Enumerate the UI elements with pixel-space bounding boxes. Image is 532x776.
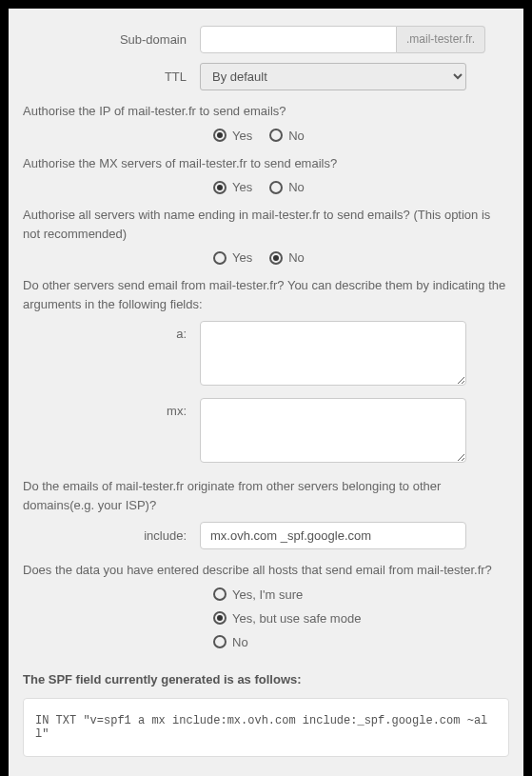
row-subdomain: Sub-domain .mail-tester.fr. [23, 26, 509, 53]
generated-spf: IN TXT "v=spf1 a mx include:mx.ovh.com i… [23, 698, 509, 757]
radio-label: No [232, 635, 248, 649]
radio-icon [213, 181, 227, 194]
question-all-hosts: Does the data you have entered describe … [23, 561, 509, 580]
radio-all-hosts-safe[interactable]: Yes, but use safe mode [213, 611, 509, 626]
radio-icon [213, 129, 227, 142]
form-content: Sub-domain .mail-tester.fr. TTL By defau… [23, 26, 509, 776]
subdomain-addon: .mail-tester.fr. [397, 26, 485, 53]
radio-all-hosts-no[interactable]: No [213, 635, 509, 649]
row-mx: mx: [23, 398, 509, 466]
radios-auth-mx: Yes No [23, 180, 509, 194]
radio-auth-all-no[interactable]: No [269, 250, 305, 265]
row-a: a: [23, 321, 509, 388]
include-input[interactable] [200, 522, 466, 549]
question-auth-ip: Authorise the IP of mail-tester.fr to se… [23, 102, 509, 121]
question-other-domains: Do the emails of mail-tester.fr originat… [23, 477, 509, 514]
radio-label: No [288, 250, 305, 265]
radio-auth-all-yes[interactable]: Yes [213, 250, 252, 265]
question-auth-all: Authorise all servers with name ending i… [23, 206, 509, 243]
radio-icon [213, 611, 227, 625]
spf-config-panel: Sub-domain .mail-tester.fr. TTL By defau… [9, 9, 523, 776]
radio-icon [213, 251, 227, 265]
a-textarea[interactable] [200, 321, 466, 386]
radios-auth-ip: Yes No [23, 129, 509, 143]
radio-icon [269, 251, 283, 265]
radio-icon [213, 587, 227, 601]
radio-auth-mx-no[interactable]: No [269, 180, 305, 194]
question-other-servers: Do other servers send email from mail-te… [23, 276, 509, 313]
radio-label: Yes, I'm sure [232, 587, 303, 602]
label-mx: mx: [23, 398, 200, 418]
label-ttl: TTL [23, 70, 200, 84]
radio-label: Yes [232, 180, 252, 194]
row-ttl: TTL By default [23, 63, 509, 90]
radio-label: Yes, but use safe mode [232, 611, 361, 626]
radio-label: No [288, 180, 305, 194]
radio-auth-ip-yes[interactable]: Yes [213, 129, 252, 143]
radio-label: Yes [232, 129, 252, 143]
generated-heading: The SPF field currently generated is as … [23, 672, 509, 686]
radio-icon [269, 181, 283, 194]
radios-all-hosts: Yes, I'm sure Yes, but use safe mode No [23, 587, 509, 649]
radio-label: Yes [232, 250, 252, 265]
radio-icon [213, 635, 227, 648]
subdomain-input[interactable] [200, 26, 397, 53]
ttl-select[interactable]: By default [200, 63, 466, 90]
radios-auth-all: Yes No [23, 250, 509, 265]
row-include: include: [23, 522, 509, 549]
mx-textarea[interactable] [200, 398, 466, 463]
radio-label: No [288, 129, 305, 143]
label-include: include: [23, 528, 200, 543]
radio-auth-ip-no[interactable]: No [269, 129, 305, 143]
question-auth-mx: Authorise the MX servers of mail-tester.… [23, 154, 509, 173]
radio-auth-mx-yes[interactable]: Yes [213, 180, 252, 194]
radio-all-hosts-sure[interactable]: Yes, I'm sure [213, 587, 509, 602]
label-a: a: [23, 321, 200, 341]
label-subdomain: Sub-domain [23, 32, 200, 47]
radio-icon [269, 129, 283, 142]
